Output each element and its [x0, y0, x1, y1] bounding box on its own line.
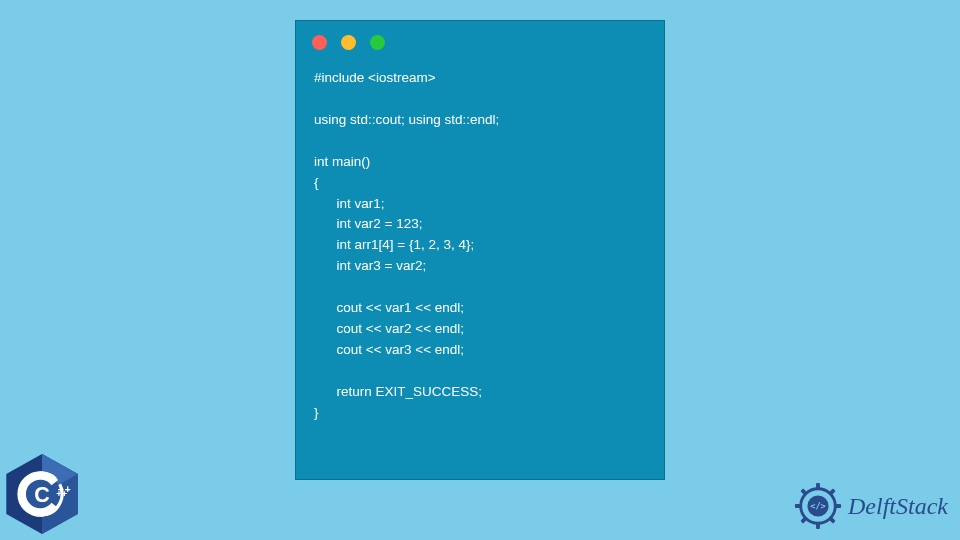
delftstack-logo: </> DelftStack: [794, 482, 948, 530]
svg-rect-12: [834, 504, 841, 508]
close-icon: [312, 35, 327, 50]
delftstack-gear-icon: </>: [794, 482, 842, 530]
brand-name: DelftStack: [848, 493, 948, 520]
maximize-icon: [370, 35, 385, 50]
minimize-icon: [341, 35, 356, 50]
cpp-letter: C: [34, 483, 49, 507]
svg-text:++: ++: [56, 489, 67, 499]
svg-rect-10: [816, 522, 820, 529]
svg-text:</>: </>: [810, 501, 826, 511]
svg-rect-9: [816, 483, 820, 490]
code-window: #include <iostream> using std::cout; usi…: [295, 20, 665, 480]
code-content: #include <iostream> using std::cout; usi…: [296, 58, 664, 442]
svg-rect-11: [795, 504, 802, 508]
window-controls: [296, 21, 664, 58]
cpp-logo-icon: + + C ++: [6, 454, 78, 534]
